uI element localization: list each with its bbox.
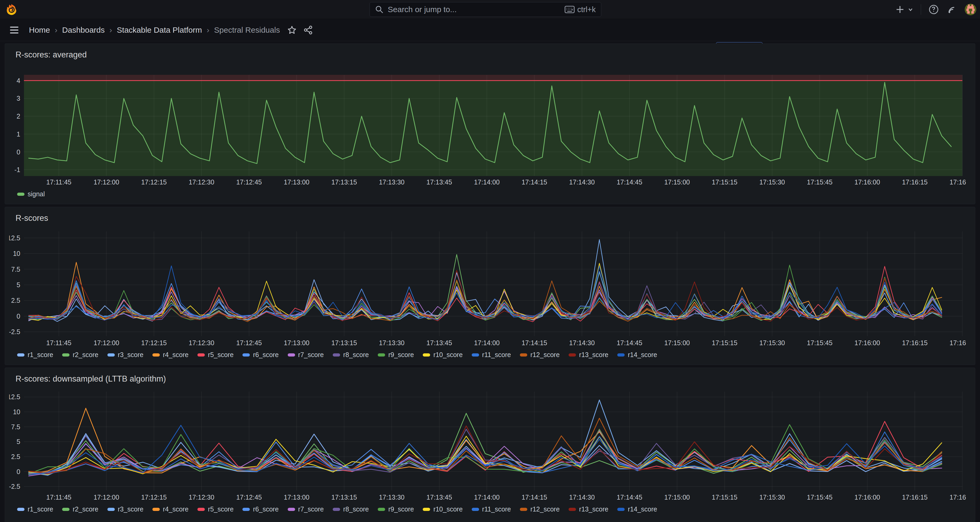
- legend-color-chip: [153, 353, 160, 356]
- chart-legend: signal: [9, 188, 971, 200]
- news-button[interactable]: [946, 4, 958, 15]
- legend-item-r7_score[interactable]: r7_score: [288, 351, 324, 359]
- legend-label: r1_score: [28, 505, 53, 513]
- svg-text:17:13:15: 17:13:15: [331, 179, 357, 186]
- help-icon: [928, 4, 939, 15]
- legend-item-signal[interactable]: signal: [17, 190, 45, 198]
- legend-item-r8_score[interactable]: r8_score: [333, 351, 369, 359]
- svg-text:17:13:15: 17:13:15: [331, 493, 357, 501]
- breadcrumb-dashboards[interactable]: Dashboards: [62, 26, 105, 35]
- legend-color-chip: [472, 508, 479, 511]
- menu-toggle-icon[interactable]: [9, 26, 19, 35]
- legend-item-r3_score[interactable]: r3_score: [107, 351, 143, 359]
- svg-text:17:14:15: 17:14:15: [522, 339, 547, 346]
- panel-title[interactable]: R-scores: downsampled (LTTB algorithm): [9, 370, 971, 387]
- legend-item-r13_score[interactable]: r13_score: [569, 505, 608, 513]
- legend-label: r3_score: [118, 505, 143, 513]
- legend-color-chip: [569, 353, 576, 356]
- panel-title[interactable]: R-scores: averaged: [9, 46, 971, 63]
- svg-text:17:13:45: 17:13:45: [426, 339, 452, 346]
- timeseries-chart-downsampled[interactable]: -2.502.557.51012.517:11:4517:12:0017:12:…: [9, 387, 966, 503]
- legend-item-r6_score[interactable]: r6_score: [242, 505, 278, 513]
- legend-label: r14_score: [628, 505, 657, 513]
- svg-text:-2.5: -2.5: [9, 483, 20, 490]
- legend-item-r4_score[interactable]: r4_score: [153, 351, 188, 359]
- svg-text:17:13:30: 17:13:30: [379, 339, 404, 346]
- svg-text:17:12:30: 17:12:30: [189, 179, 214, 186]
- svg-text:17:15:00: 17:15:00: [664, 339, 690, 346]
- legend-item-r2_score[interactable]: r2_score: [62, 505, 98, 513]
- top-nav-bar: Search or jump to... ctrl+k: [0, 0, 980, 19]
- share-icon[interactable]: [304, 25, 313, 35]
- legend-item-r5_score[interactable]: r5_score: [197, 505, 234, 513]
- search-icon: [375, 5, 383, 14]
- svg-text:17:14:45: 17:14:45: [617, 493, 642, 501]
- svg-text:17:12:15: 17:12:15: [141, 179, 167, 186]
- legend-item-r13_score[interactable]: r13_score: [569, 351, 608, 359]
- svg-text:17:11:45: 17:11:45: [46, 493, 72, 501]
- legend-item-r5_score[interactable]: r5_score: [197, 351, 234, 359]
- legend-label: r7_score: [298, 351, 324, 359]
- legend-label: r9_score: [388, 351, 414, 359]
- svg-text:17:13:00: 17:13:00: [284, 493, 309, 501]
- svg-text:17:15:15: 17:15:15: [712, 179, 737, 186]
- legend-item-r11_score[interactable]: r11_score: [472, 505, 511, 513]
- search-input[interactable]: Search or jump to... ctrl+k: [369, 2, 601, 17]
- legend-color-chip: [242, 353, 250, 356]
- legend-label: r12_score: [530, 351, 560, 359]
- user-avatar[interactable]: [965, 4, 976, 15]
- legend-item-r10_score[interactable]: r10_score: [423, 351, 463, 359]
- legend-item-r1_score[interactable]: r1_score: [17, 505, 53, 513]
- legend-item-r3_score[interactable]: r3_score: [107, 505, 143, 513]
- legend-label: r7_score: [298, 505, 324, 513]
- legend-item-r14_score[interactable]: r14_score: [617, 351, 657, 359]
- svg-text:17:15:15: 17:15:15: [712, 339, 737, 346]
- legend-label: r14_score: [628, 351, 657, 359]
- legend-item-r9_score[interactable]: r9_score: [378, 351, 414, 359]
- svg-text:17:14:30: 17:14:30: [569, 339, 595, 346]
- legend-color-chip: [472, 353, 479, 356]
- svg-text:17:15:15: 17:15:15: [712, 493, 737, 501]
- svg-text:17:11:45: 17:11:45: [46, 339, 72, 346]
- favorite-star-icon[interactable]: [287, 25, 297, 35]
- legend-label: r11_score: [482, 505, 511, 513]
- chart-legend: r1_scorer2_scorer3_scorer4_scorer5_score…: [9, 503, 971, 515]
- svg-text:17:15:30: 17:15:30: [759, 339, 785, 346]
- legend-item-r4_score[interactable]: r4_score: [153, 505, 188, 513]
- legend-item-r12_score[interactable]: r12_score: [520, 351, 560, 359]
- svg-text:17:14:00: 17:14:00: [474, 493, 500, 501]
- dashboard-canvas: R-scores: averaged -10123417:11:4517:12:…: [0, 42, 980, 522]
- breadcrumb-separator: ›: [207, 26, 209, 35]
- timeseries-chart-averaged[interactable]: -10123417:11:4517:12:0017:12:1517:12:301…: [9, 63, 966, 188]
- timeseries-chart-rscores[interactable]: -2.502.557.51012.517:11:4517:12:0017:12:…: [9, 227, 966, 348]
- legend-item-r6_score[interactable]: r6_score: [242, 351, 278, 359]
- svg-text:2.5: 2.5: [11, 297, 20, 304]
- legend-item-r7_score[interactable]: r7_score: [288, 505, 324, 513]
- svg-text:1: 1: [17, 131, 20, 138]
- new-menu-button[interactable]: [896, 4, 914, 15]
- legend-item-r10_score[interactable]: r10_score: [423, 505, 463, 513]
- legend-color-chip: [17, 353, 24, 356]
- legend-item-r9_score[interactable]: r9_score: [378, 505, 414, 513]
- legend-label: r12_score: [530, 505, 560, 513]
- svg-text:17:16:15: 17:16:15: [902, 339, 928, 346]
- legend-item-r2_score[interactable]: r2_score: [62, 351, 98, 359]
- grafana-logo[interactable]: [6, 4, 18, 15]
- panel-title[interactable]: R-scores: [9, 210, 971, 227]
- breadcrumb-folder[interactable]: Stackable Data Platform: [117, 26, 202, 35]
- svg-text:2.5: 2.5: [11, 453, 20, 460]
- svg-text:17:12:30: 17:12:30: [189, 339, 214, 346]
- svg-text:17:14:15: 17:14:15: [522, 493, 547, 501]
- svg-text:17:15:30: 17:15:30: [759, 179, 785, 186]
- legend-item-r8_score[interactable]: r8_score: [333, 505, 369, 513]
- legend-item-r14_score[interactable]: r14_score: [617, 505, 657, 513]
- breadcrumb-home[interactable]: Home: [29, 26, 50, 35]
- legend-label: r8_score: [343, 351, 369, 359]
- legend-item-r12_score[interactable]: r12_score: [520, 505, 560, 513]
- legend-label: r13_score: [579, 351, 608, 359]
- help-button[interactable]: [928, 4, 939, 15]
- legend-item-r1_score[interactable]: r1_score: [17, 351, 53, 359]
- legend-label: r10_score: [433, 351, 463, 359]
- legend-color-chip: [617, 353, 625, 356]
- legend-item-r11_score[interactable]: r11_score: [472, 351, 511, 359]
